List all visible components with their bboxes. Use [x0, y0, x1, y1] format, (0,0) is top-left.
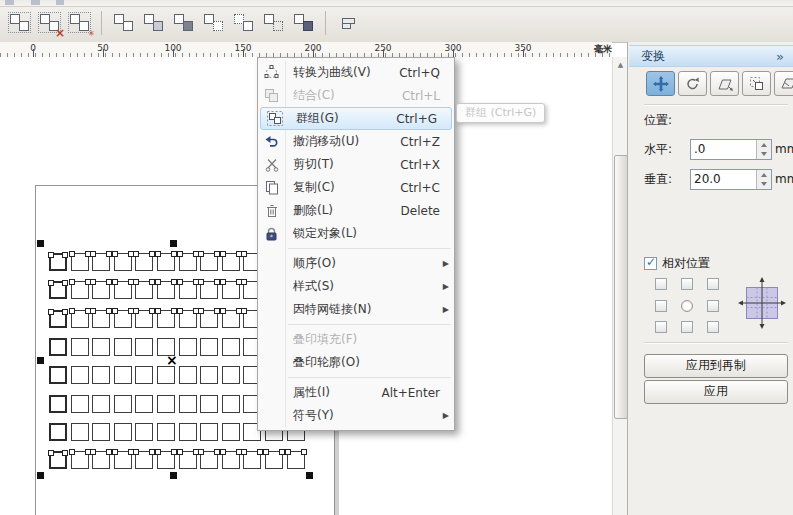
grid-square-object[interactable]: [135, 338, 153, 356]
grid-square-object[interactable]: [114, 451, 132, 469]
trim-icon[interactable]: [140, 9, 167, 36]
menu-item-2[interactable]: 群组(G)Ctrl+G: [260, 107, 452, 130]
docker-collapse-icon[interactable]: »: [776, 49, 784, 64]
grid-square-object[interactable]: [71, 281, 89, 299]
skew-tab[interactable]: [774, 71, 793, 96]
relative-position-checkbox[interactable]: [644, 257, 657, 270]
menu-item-3[interactable]: 撤消移动(U)Ctrl+Z: [258, 130, 454, 153]
size-tab[interactable]: [742, 71, 771, 96]
grid-square-object[interactable]: [179, 395, 197, 413]
grid-square-object[interactable]: [49, 253, 67, 271]
grid-square-object[interactable]: [114, 310, 132, 328]
spin-value[interactable]: [694, 141, 752, 158]
grid-square-object[interactable]: [179, 253, 197, 271]
position-tab[interactable]: [646, 71, 675, 96]
grid-square-object[interactable]: [114, 253, 132, 271]
apply-to-duplicate-button[interactable]: 应用到再制: [644, 354, 788, 378]
selection-handle-bottom-right[interactable]: [306, 472, 313, 479]
grid-square-object[interactable]: [222, 451, 240, 469]
grid-square-object[interactable]: [49, 423, 67, 441]
simplify-icon[interactable]: [200, 9, 227, 36]
grid-square-object[interactable]: [49, 395, 67, 413]
grid-square-object[interactable]: [71, 338, 89, 356]
grid-square-object[interactable]: [114, 281, 132, 299]
grid-square-object[interactable]: [265, 451, 283, 469]
grid-square-object[interactable]: [135, 253, 153, 271]
scale-mirror-tab[interactable]: [710, 71, 739, 96]
grid-square-object[interactable]: [92, 253, 110, 271]
grid-square-object[interactable]: [200, 253, 218, 271]
menu-item-7[interactable]: 锁定对象(L): [258, 222, 454, 245]
grid-square-object[interactable]: [222, 366, 240, 384]
anchor-bottom-right-checkbox[interactable]: [707, 321, 719, 333]
front-minus-back-icon[interactable]: [230, 9, 257, 36]
spin-down-icon[interactable]: [757, 149, 771, 159]
grid-square-object[interactable]: [222, 338, 240, 356]
grid-square-object[interactable]: [222, 310, 240, 328]
horizontal-position-input[interactable]: [690, 139, 772, 160]
grid-square-object[interactable]: [157, 423, 175, 441]
menu-item-13[interactable]: 叠印填充(F): [258, 328, 454, 351]
menu-item-4[interactable]: 剪切(T)Ctrl+X: [258, 153, 454, 176]
anchor-middle-right-checkbox[interactable]: [707, 300, 719, 312]
grid-square-object[interactable]: [222, 395, 240, 413]
grid-square-object[interactable]: [157, 395, 175, 413]
grid-square-object[interactable]: [92, 310, 110, 328]
grid-square-object[interactable]: [71, 451, 89, 469]
grid-square-object[interactable]: [157, 310, 175, 328]
grid-square-object[interactable]: [49, 366, 67, 384]
grid-square-object[interactable]: [92, 338, 110, 356]
grid-square-object[interactable]: [200, 423, 218, 441]
grid-square-object[interactable]: [71, 423, 89, 441]
group-objects-icon[interactable]: [6, 9, 33, 36]
anchor-middle-left-checkbox[interactable]: [655, 300, 667, 312]
grid-square-object[interactable]: [71, 395, 89, 413]
grid-square-object[interactable]: [135, 310, 153, 328]
menu-item-0[interactable]: 转换为曲线(V)Ctrl+Q: [258, 61, 454, 84]
menu-item-16[interactable]: 属性(I)Alt+Enter: [258, 381, 454, 404]
spin-up-icon[interactable]: [757, 140, 771, 150]
grid-square-object[interactable]: [92, 423, 110, 441]
menu-item-11[interactable]: 因特网链接(N)▶: [258, 298, 454, 321]
grid-square-object[interactable]: [114, 366, 132, 384]
align-distribute-icon[interactable]: [334, 9, 361, 36]
grid-square-object[interactable]: [135, 423, 153, 441]
grid-square-object[interactable]: [222, 423, 240, 441]
selection-handle-bottom-left[interactable]: [37, 472, 44, 479]
anchor-top-left-checkbox[interactable]: [655, 278, 667, 290]
weld-icon[interactable]: [110, 9, 137, 36]
vertical-position-input[interactable]: [690, 169, 772, 190]
grid-square-object[interactable]: [179, 281, 197, 299]
selection-handle-top-left[interactable]: [37, 240, 44, 247]
grid-square-object[interactable]: [135, 451, 153, 469]
menu-item-6[interactable]: 删除(L)Delete: [258, 199, 454, 222]
menu-item-5[interactable]: 复制(C)Ctrl+C: [258, 176, 454, 199]
grid-square-object[interactable]: [71, 366, 89, 384]
grid-square-object[interactable]: [135, 395, 153, 413]
grid-square-object[interactable]: [243, 451, 261, 469]
grid-square-object[interactable]: [71, 310, 89, 328]
menu-item-9[interactable]: 顺序(O)▶: [258, 252, 454, 275]
grid-square-object[interactable]: [71, 253, 89, 271]
scrollbar-up-arrow-icon[interactable]: ▲: [613, 57, 628, 73]
grid-square-object[interactable]: [200, 395, 218, 413]
grid-square-object[interactable]: [222, 253, 240, 271]
rotate-tab[interactable]: [678, 71, 707, 96]
grid-square-object[interactable]: [157, 253, 175, 271]
intersect-icon[interactable]: [170, 9, 197, 36]
apply-button[interactable]: 应用: [644, 380, 788, 404]
spin-up-icon[interactable]: [757, 170, 771, 180]
spin-value[interactable]: [694, 171, 752, 188]
anchor-top-right-checkbox[interactable]: [707, 278, 719, 290]
menu-item-14[interactable]: 叠印轮廓(O): [258, 351, 454, 374]
spin-down-icon[interactable]: [757, 179, 771, 189]
grid-square-object[interactable]: [92, 366, 110, 384]
grid-square-object[interactable]: [49, 281, 67, 299]
scrollbar-thumb[interactable]: [614, 155, 628, 419]
grid-square-object[interactable]: [157, 366, 175, 384]
anchor-bottom-center-checkbox[interactable]: [681, 321, 693, 333]
grid-square-object[interactable]: [179, 310, 197, 328]
grid-square-object[interactable]: [92, 451, 110, 469]
grid-square-object[interactable]: [179, 366, 197, 384]
selection-center-mark[interactable]: ×: [166, 355, 178, 365]
